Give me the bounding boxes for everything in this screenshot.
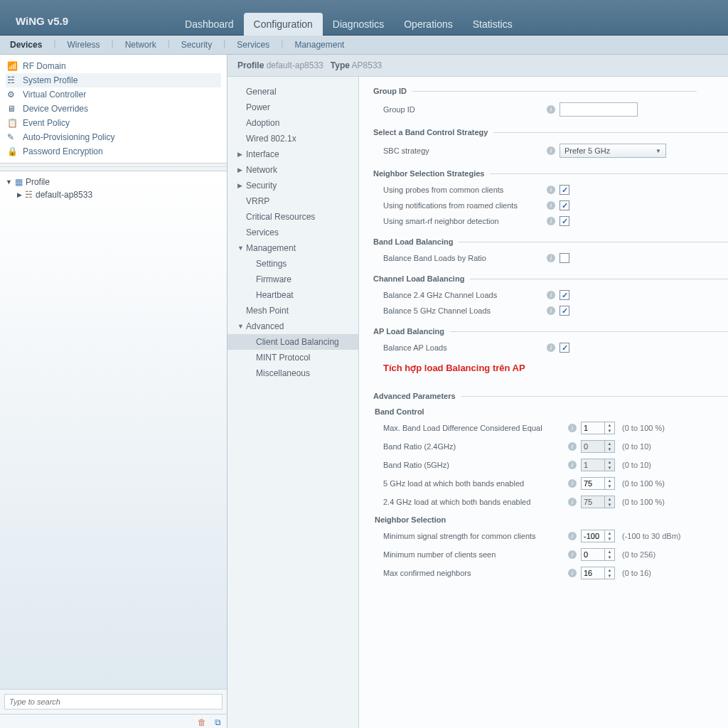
info-icon[interactable]: i xyxy=(547,306,555,315)
midnav-security[interactable]: ▶Security xyxy=(228,178,358,193)
subnav-wireless[interactable]: Wireless xyxy=(63,38,105,51)
midnav-mesh-point[interactable]: Mesh Point xyxy=(228,303,358,318)
spinner-up-icon[interactable]: ▲ xyxy=(605,549,614,555)
devlist-event-policy[interactable]: 📋Event Policy xyxy=(6,116,221,130)
neighbor-select-spinner-2[interactable]: ▲▼ xyxy=(581,567,615,579)
midnav-heartbeat[interactable]: Heartbeat xyxy=(228,287,358,303)
spinner-down-icon[interactable]: ▼ xyxy=(605,446,614,452)
spinner-down-icon[interactable]: ▼ xyxy=(605,502,614,508)
midnav-network[interactable]: ▶Network xyxy=(228,162,358,178)
info-icon[interactable]: i xyxy=(547,146,555,155)
spinner-up-icon[interactable]: ▲ xyxy=(605,441,614,446)
tree-root-profile[interactable]: ▼ ▦ Profile xyxy=(6,177,221,187)
band-control-input-0[interactable] xyxy=(582,422,604,434)
info-icon[interactable]: i xyxy=(568,498,577,506)
topnav-statistics[interactable]: Statistics xyxy=(463,13,523,36)
neighbor-strategy-checkbox-0[interactable] xyxy=(560,185,569,195)
tree-item-default-ap8533[interactable]: ▶ ☵ default-ap8533 xyxy=(17,190,221,200)
midnav-advanced[interactable]: ▼Advanced xyxy=(228,318,358,334)
midnav-management[interactable]: ▼Management xyxy=(228,240,358,256)
band-control-input-1[interactable] xyxy=(582,441,604,452)
midnav-settings[interactable]: Settings xyxy=(228,256,358,272)
spinner-down-icon[interactable]: ▼ xyxy=(605,536,614,542)
info-icon[interactable]: i xyxy=(547,201,555,210)
spinner-down-icon[interactable]: ▼ xyxy=(605,428,614,434)
midnav-miscellaneous[interactable]: Miscellaneous xyxy=(228,365,358,381)
devlist-auto-provisioning-policy[interactable]: ✎Auto-Provisioning Policy xyxy=(6,130,221,144)
info-icon[interactable]: i xyxy=(547,254,555,262)
spinner-up-icon[interactable]: ▲ xyxy=(605,496,614,502)
midnav-adoption[interactable]: Adoption xyxy=(228,115,358,131)
band-control-spinner-3[interactable]: ▲▼ xyxy=(581,477,615,490)
midnav-general[interactable]: General xyxy=(228,84,358,100)
band-control-spinner-1[interactable]: ▲▼ xyxy=(581,440,615,453)
devlist-system-profile[interactable]: ☵System Profile xyxy=(6,73,221,87)
neighbor-select-spinner-1[interactable]: ▲▼ xyxy=(581,548,615,561)
spinner-down-icon[interactable]: ▼ xyxy=(605,483,614,489)
channel-load-checkbox-0[interactable] xyxy=(560,290,569,300)
groupid-input[interactable] xyxy=(560,102,638,117)
subnav-devices[interactable]: Devices xyxy=(6,38,46,51)
spinner-up-icon[interactable]: ▲ xyxy=(605,422,614,428)
midnav-services[interactable]: Services xyxy=(228,225,358,240)
info-icon[interactable]: i xyxy=(547,343,555,352)
spinner-up-icon[interactable]: ▲ xyxy=(605,567,614,573)
info-icon[interactable]: i xyxy=(568,442,577,451)
balance-ap-loads-checkbox[interactable] xyxy=(560,343,569,353)
midnav-mint-protocol[interactable]: MINT Protocol xyxy=(228,350,358,365)
band-control-spinner-0[interactable]: ▲▼ xyxy=(581,422,615,434)
devlist-virtual-controller[interactable]: ⚙Virtual Controller xyxy=(6,87,221,102)
info-icon[interactable]: i xyxy=(547,105,555,114)
subnav-network[interactable]: Network xyxy=(121,38,161,51)
midnav-firmware[interactable]: Firmware xyxy=(228,272,358,287)
band-control-input-2[interactable] xyxy=(582,459,604,471)
info-icon[interactable]: i xyxy=(547,186,555,194)
spinner-up-icon[interactable]: ▲ xyxy=(605,459,614,465)
search-input[interactable] xyxy=(4,694,223,710)
subnav-management[interactable]: Management xyxy=(290,38,348,51)
info-icon[interactable]: i xyxy=(547,291,555,299)
band-control-spinner-4[interactable]: ▲▼ xyxy=(581,496,615,508)
midnav-vrrp[interactable]: VRRP xyxy=(228,193,358,209)
spinner-down-icon[interactable]: ▼ xyxy=(605,573,614,579)
neighbor-select-spinner-0[interactable]: ▲▼ xyxy=(581,530,615,542)
window-icon[interactable]: ⧉ xyxy=(215,717,221,727)
band-control-spinner-2[interactable]: ▲▼ xyxy=(581,459,615,471)
info-icon[interactable]: i xyxy=(568,424,577,432)
neighbor-strategy-checkbox-1[interactable] xyxy=(560,200,569,210)
subnav-services[interactable]: Services xyxy=(232,38,274,51)
info-icon[interactable]: i xyxy=(547,217,555,225)
midnav-critical-resources[interactable]: Critical Resources xyxy=(228,209,358,225)
info-icon[interactable]: i xyxy=(568,550,577,559)
sbc-strategy-dropdown[interactable]: Prefer 5 GHz ▼ xyxy=(560,144,666,158)
subnav-security[interactable]: Security xyxy=(177,38,216,51)
topnav-diagnostics[interactable]: Diagnostics xyxy=(323,13,394,36)
spinner-down-icon[interactable]: ▼ xyxy=(605,555,614,560)
topnav-operations[interactable]: Operations xyxy=(394,13,462,36)
channel-load-checkbox-1[interactable] xyxy=(560,306,569,316)
delete-icon[interactable]: 🗑 xyxy=(198,717,206,727)
topnav-dashboard[interactable]: Dashboard xyxy=(175,13,244,36)
info-icon[interactable]: i xyxy=(568,479,577,488)
spinner-up-icon[interactable]: ▲ xyxy=(605,478,614,483)
info-icon[interactable]: i xyxy=(568,461,577,469)
midnav-client-load-balancing[interactable]: Client Load Balancing xyxy=(228,334,358,350)
devlist-password-encryption[interactable]: 🔒Password Encryption xyxy=(6,144,221,159)
spinner-up-icon[interactable]: ▲ xyxy=(605,530,614,536)
neighbor-strategy-checkbox-2[interactable] xyxy=(560,216,569,226)
devlist-rf-domain[interactable]: 📶RF Domain xyxy=(6,59,221,73)
info-icon[interactable]: i xyxy=(568,569,577,577)
midnav-power[interactable]: Power xyxy=(228,100,358,115)
neighbor-select-input-1[interactable] xyxy=(582,549,604,560)
neighbor-select-input-2[interactable] xyxy=(582,567,604,579)
panel-splitter[interactable] xyxy=(0,166,227,168)
band-control-input-3[interactable] xyxy=(582,478,604,489)
midnav-wired-802-1x[interactable]: Wired 802.1x xyxy=(228,131,358,146)
balance-band-ratio-checkbox[interactable] xyxy=(560,253,569,263)
spinner-down-icon[interactable]: ▼ xyxy=(605,465,614,471)
band-control-input-4[interactable] xyxy=(582,496,604,508)
neighbor-select-input-0[interactable] xyxy=(582,530,604,542)
topnav-configuration[interactable]: Configuration xyxy=(244,13,323,36)
midnav-interface[interactable]: ▶Interface xyxy=(228,146,358,162)
devlist-device-overrides[interactable]: 🖥Device Overrides xyxy=(6,102,221,116)
